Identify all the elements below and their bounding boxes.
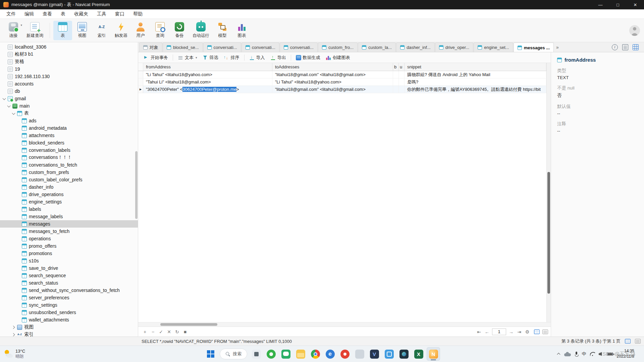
taskbar-app-android-studio[interactable]	[397, 347, 411, 361]
cell-fromAddress-editing[interactable]: "30624700Peter" <30624700Peter@proton.me…	[143, 86, 272, 93]
maximize-button[interactable]: □	[609, 0, 627, 9]
info-icon[interactable]	[612, 44, 618, 50]
toolbar-button[interactable]: 图表	[232, 21, 251, 40]
tree-item[interactable]: engine_settings	[0, 198, 138, 205]
tree-item[interactable]: 检材3 b1	[0, 51, 138, 58]
tab[interactable]: conversati...	[241, 43, 279, 52]
table-toolbar-button[interactable]: 筛选	[200, 54, 221, 62]
tree-expand-arrow[interactable]	[16, 266, 20, 270]
toolbar-button[interactable]: 表	[53, 21, 72, 40]
table-toolbar-button[interactable]: 排序	[221, 54, 242, 62]
cell-fromAddress[interactable]: "Tahui Li" <litahui18@gmail.com>	[143, 78, 272, 85]
tab[interactable]: 对象	[139, 43, 162, 52]
tree-item[interactable]: send_without_sync_conversations_to_fetch	[0, 287, 138, 294]
tree-item[interactable]: 视图	[0, 323, 138, 331]
tree-item[interactable]: custom_label_color_prefs	[0, 176, 138, 183]
tree-expand-arrow[interactable]	[16, 244, 20, 248]
apply-changes-icon[interactable]: ✓	[157, 328, 165, 336]
sidebar-scrollbar[interactable]	[135, 151, 138, 219]
tab[interactable]: custom_la...	[358, 43, 396, 52]
toolbar-button[interactable]: 自动运行	[190, 21, 212, 40]
sql-preview-icon[interactable]	[622, 44, 628, 50]
tree-expand-arrow[interactable]	[16, 163, 20, 167]
table-toolbar-button[interactable]: 数据生成	[293, 54, 323, 62]
user-avatar[interactable]	[629, 25, 640, 36]
tree-item[interactable]: 资格	[0, 58, 138, 65]
tab[interactable]: custom_fro...	[318, 43, 358, 52]
tree-expand-arrow[interactable]	[16, 259, 20, 263]
taskbar-app-gray[interactable]	[353, 347, 366, 361]
taskbar-app-chrome[interactable]	[309, 347, 322, 361]
grid-view-toggle-icon[interactable]	[534, 329, 540, 334]
tree-item[interactable]: db	[0, 87, 138, 95]
tree-item[interactable]: messages_to_fetch	[0, 228, 138, 235]
volume-icon[interactable]	[599, 352, 603, 356]
tree-item[interactable]: 表	[0, 110, 138, 117]
tree-expand-arrow[interactable]	[2, 52, 6, 57]
tree-expand-arrow[interactable]	[11, 325, 16, 329]
table-toolbar-button[interactable]: 开始事务	[141, 54, 171, 62]
tree-expand-arrow[interactable]	[16, 192, 20, 197]
tree-expand-arrow[interactable]	[16, 281, 20, 285]
tree-expand-arrow[interactable]	[16, 119, 20, 123]
tree-item[interactable]: dasher_info	[0, 183, 138, 191]
minimize-button[interactable]: —	[592, 0, 609, 9]
tree-expand-arrow[interactable]	[2, 67, 6, 71]
cell-toAddresses[interactable]: "Li Tahui" <litahui18@yahoo.com>	[272, 78, 393, 85]
cell-snippet[interactable]: 購物群組? 傳送自 Android 上的 Yahoo Mail	[405, 71, 546, 78]
add-record-icon[interactable]: +	[141, 328, 149, 336]
tree-expand-arrow[interactable]	[16, 141, 20, 145]
taskbar-weather-widget[interactable]: 13°C 晴朗	[0, 349, 25, 359]
discard-changes-icon[interactable]: ✕	[165, 328, 173, 336]
table-toolbar-button[interactable]: 文本	[175, 54, 200, 62]
cell-toAddresses[interactable]: "litahui18@gmail.com" <litahui18@gmail.c…	[272, 71, 393, 78]
tree-expand-arrow[interactable]	[2, 60, 6, 64]
menu-item[interactable]: 编辑	[20, 9, 38, 18]
next-page-icon[interactable]: →	[507, 328, 515, 336]
cell-toAddresses[interactable]: "litahui18@gmail.com" <litahui18@gmail.c…	[272, 86, 393, 93]
tree-item[interactable]: promo_offers	[0, 242, 138, 250]
tree-item[interactable]: sync_settings	[0, 301, 138, 309]
tree-item[interactable]: conversation_labels	[0, 146, 138, 154]
toolbar-button[interactable]: 模型	[213, 21, 232, 40]
toolbar-button[interactable]: 新建查询	[23, 21, 46, 40]
column-header-b[interactable]: b	[393, 63, 399, 71]
grid-view-icon[interactable]	[633, 44, 639, 50]
statusbar-form-icon[interactable]	[635, 339, 641, 344]
refresh-icon[interactable]: ↻	[173, 328, 181, 336]
taskbar-app-red[interactable]	[338, 347, 352, 361]
taskbar-search[interactable]: 搜索	[220, 349, 247, 359]
input-method-indicator[interactable]: 中	[582, 351, 586, 357]
tree-item[interactable]: message_labels	[0, 213, 138, 220]
tree-item[interactable]: ads	[0, 117, 138, 124]
delete-record-icon[interactable]: −	[149, 328, 157, 336]
taskbar-app-window[interactable]	[250, 347, 263, 361]
menu-item[interactable]: 文件	[2, 9, 20, 18]
tree-item[interactable]: main	[0, 102, 138, 110]
tree-item[interactable]: drive_operations	[0, 191, 138, 198]
taskbar-app-vscode[interactable]	[368, 347, 381, 361]
network-icon[interactable]	[590, 352, 595, 356]
tree-item[interactable]: conversations！！！	[0, 154, 138, 161]
tree-expand-arrow[interactable]	[16, 170, 20, 175]
table-toolbar-button[interactable]: 创建图表	[323, 54, 353, 62]
table-toolbar-button[interactable]: 导出	[268, 54, 289, 62]
statusbar-grid-icon[interactable]	[625, 339, 631, 344]
tree-expand-arrow[interactable]	[2, 89, 6, 94]
tab[interactable]: drive_oper...	[435, 43, 474, 52]
tree-item[interactable]: blocked_senders	[0, 139, 138, 146]
tree-expand-arrow[interactable]	[16, 215, 20, 219]
tree-item[interactable]: 19	[0, 65, 138, 73]
tab[interactable]: conversati...	[280, 43, 318, 52]
tree-item[interactable]: s10s	[0, 257, 138, 264]
tree-item[interactable]: search_status	[0, 279, 138, 287]
tree-item[interactable]: gmail	[0, 95, 138, 102]
menu-item[interactable]: 查看	[38, 9, 56, 18]
table-row[interactable]: "Li Tahui" <litahui18@yahoo.com> "litahu…	[138, 71, 546, 78]
toolbar-button[interactable]: 查询	[151, 21, 169, 40]
tree-item[interactable]: wallet_attachments	[0, 316, 138, 323]
form-view-toggle-icon[interactable]	[542, 329, 548, 334]
cell-snippet[interactable]: 是嗎?	[405, 78, 546, 85]
horizontal-scrollbar-thumb[interactable]	[160, 323, 217, 326]
tree-item[interactable]: android_metadata	[0, 124, 138, 132]
